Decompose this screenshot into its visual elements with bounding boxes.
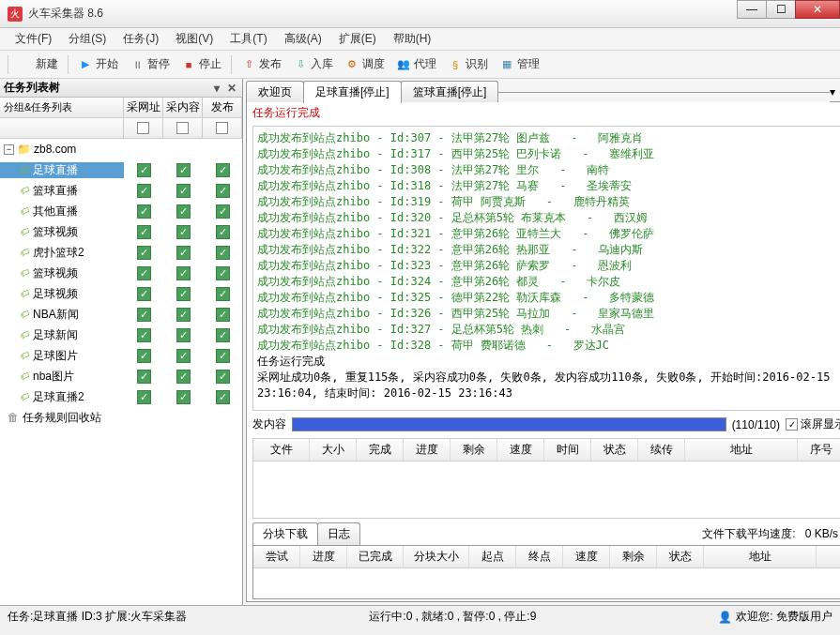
dl-col[interactable]: 终点 — [516, 546, 563, 567]
task-checkbox[interactable]: ✓ — [216, 390, 230, 404]
log-box[interactable]: 成功发布到站点zhibo - Id:307 - 法甲第27轮 图卢兹 - 阿雅克… — [252, 126, 840, 411]
file-col[interactable]: 速度 — [497, 439, 544, 461]
toolbar-入库-button[interactable]: ⇩入库 — [289, 54, 337, 74]
menu-item[interactable]: 分组(S) — [61, 28, 114, 50]
task-checkbox[interactable]: ✓ — [137, 225, 151, 239]
toolbar-新建-button[interactable]: 新建 — [14, 54, 62, 74]
dl-col[interactable]: 状态 — [657, 546, 704, 567]
toolbar-调度-button[interactable]: ⚙调度 — [341, 54, 389, 74]
task-checkbox[interactable]: ✓ — [137, 204, 151, 219]
task-checkbox[interactable]: ✓ — [137, 266, 151, 280]
scroll-checkbox[interactable]: ✓ 滚屏显示 — [786, 416, 840, 432]
task-checkbox[interactable]: ✓ — [137, 370, 151, 384]
task-checkbox[interactable]: ✓ — [216, 225, 230, 239]
menu-item[interactable]: 文件(F) — [8, 28, 59, 50]
task-row[interactable]: 🏷NBA新闻✓✓✓ — [0, 304, 242, 325]
task-checkbox[interactable]: ✓ — [176, 287, 191, 301]
task-checkbox[interactable]: ✓ — [216, 204, 230, 219]
file-col[interactable]: 地址 — [685, 439, 798, 461]
menu-item[interactable]: 高级(A) — [277, 28, 329, 50]
pane-close-icon[interactable]: ✕ — [225, 82, 238, 95]
task-checkbox[interactable]: ✓ — [176, 266, 191, 280]
task-checkbox[interactable]: ✓ — [137, 287, 151, 301]
task-row[interactable]: 🏷足球图片✓✓✓ — [0, 345, 242, 366]
file-col[interactable]: 剩余 — [451, 439, 497, 461]
tab[interactable]: 欢迎页 — [246, 81, 304, 103]
file-col[interactable]: 文件 — [253, 439, 310, 461]
dl-col[interactable]: 地址 — [704, 546, 817, 567]
header-checkbox[interactable] — [137, 122, 149, 134]
dl-col[interactable]: 剩余 — [610, 546, 657, 567]
dl-tab[interactable]: 分块下载 — [252, 522, 318, 545]
task-checkbox[interactable]: ✓ — [176, 349, 191, 363]
task-row[interactable]: 🏷虎扑篮球2✓✓✓ — [0, 242, 242, 263]
file-col[interactable]: 时间 — [544, 439, 591, 461]
task-checkbox[interactable]: ✓ — [216, 349, 230, 363]
file-col[interactable]: 进度 — [404, 439, 451, 461]
maximize-button[interactable]: ☐ — [766, 0, 796, 19]
task-row[interactable]: 🏷篮球直播✓✓✓ — [0, 180, 242, 201]
tab[interactable]: 足球直播[停止] — [303, 81, 402, 103]
toolbar-发布-button[interactable]: ⇧发布 — [237, 54, 285, 74]
dl-col[interactable]: 尝试 — [253, 546, 300, 567]
close-button[interactable]: ✕ — [795, 0, 840, 19]
toolbar-识别-button[interactable]: §识别 — [444, 54, 492, 74]
task-checkbox[interactable]: ✓ — [176, 204, 191, 219]
file-col[interactable]: 状态 — [591, 439, 638, 461]
file-col[interactable]: 序号 — [798, 439, 840, 461]
toolbar-开始-button[interactable]: ▶开始 — [74, 54, 122, 74]
menu-item[interactable]: 任务(J) — [115, 28, 166, 50]
dl-col[interactable]: 分块大小 — [404, 546, 469, 567]
task-checkbox[interactable]: ✓ — [176, 246, 191, 260]
task-checkbox[interactable]: ✓ — [137, 246, 151, 260]
dl-col[interactable]: 已完成 — [347, 546, 404, 567]
expand-icon[interactable]: − — [4, 144, 14, 155]
task-checkbox[interactable]: ✓ — [216, 184, 230, 198]
tab[interactable]: 篮球直播[停止] — [401, 81, 499, 103]
dl-col[interactable]: 进度 — [300, 546, 347, 567]
task-checkbox[interactable]: ✓ — [137, 163, 151, 177]
menu-item[interactable]: 工具(T) — [222, 28, 274, 50]
task-checkbox[interactable]: ✓ — [176, 328, 191, 342]
menu-item[interactable]: 帮助(H) — [386, 28, 439, 50]
task-checkbox[interactable]: ✓ — [216, 328, 230, 342]
task-row[interactable]: 🏷nba图片✓✓✓ — [0, 366, 242, 386]
task-checkbox[interactable]: ✓ — [216, 246, 230, 260]
task-row[interactable]: 🏷篮球视频✓✓✓ — [0, 221, 242, 242]
task-checkbox[interactable]: ✓ — [216, 163, 230, 177]
toolbar-管理-button[interactable]: ▦管理 — [496, 54, 543, 74]
chevron-down-icon[interactable]: ▾ — [210, 82, 223, 95]
task-checkbox[interactable]: ✓ — [176, 390, 191, 404]
task-row[interactable]: 🏷足球视频✓✓✓ — [0, 283, 242, 304]
task-row[interactable]: 🏷篮球视频✓✓✓ — [0, 263, 242, 283]
file-col[interactable]: 续传 — [638, 439, 685, 461]
task-row[interactable]: 🏷足球新闻✓✓✓ — [0, 325, 242, 345]
task-row[interactable]: 🏷其他直播✓✓✓ — [0, 201, 242, 221]
header-checkbox[interactable] — [176, 122, 189, 134]
task-checkbox[interactable]: ✓ — [137, 349, 151, 363]
task-checkbox[interactable]: ✓ — [137, 390, 151, 404]
task-checkbox[interactable]: ✓ — [176, 225, 191, 239]
minimize-button[interactable]: — — [737, 0, 767, 19]
task-checkbox[interactable]: ✓ — [176, 370, 191, 384]
file-col[interactable]: 大小 — [310, 439, 357, 461]
task-checkbox[interactable]: ✓ — [216, 370, 230, 384]
col-name[interactable]: 分组&任务列表 — [0, 98, 124, 117]
dl-tab[interactable]: 日志 — [317, 522, 360, 545]
task-checkbox[interactable]: ✓ — [137, 308, 151, 322]
menu-item[interactable]: 扩展(E) — [331, 28, 384, 50]
chevron-down-icon[interactable]: ▾ — [830, 85, 835, 98]
file-col[interactable]: 完成 — [357, 439, 404, 461]
task-checkbox[interactable]: ✓ — [216, 308, 230, 322]
task-row[interactable]: 🏷足球直播2✓✓✓ — [0, 386, 242, 407]
menu-item[interactable]: 视图(V) — [168, 28, 221, 50]
toolbar-代理-button[interactable]: 👥代理 — [392, 54, 440, 74]
toolbar-暂停-button[interactable]: ⏸暂停 — [126, 54, 174, 74]
task-checkbox[interactable]: ✓ — [176, 184, 191, 198]
dl-col[interactable]: 起点 — [469, 546, 516, 567]
task-row[interactable]: 🏷足球直播✓✓✓ — [0, 159, 242, 180]
tree-root[interactable]: − 📁 zb8.com — [0, 139, 242, 159]
task-checkbox[interactable]: ✓ — [216, 266, 230, 280]
trash-row[interactable]: 🗑 任务规则回收站 — [0, 407, 242, 428]
task-checkbox[interactable]: ✓ — [137, 184, 151, 198]
